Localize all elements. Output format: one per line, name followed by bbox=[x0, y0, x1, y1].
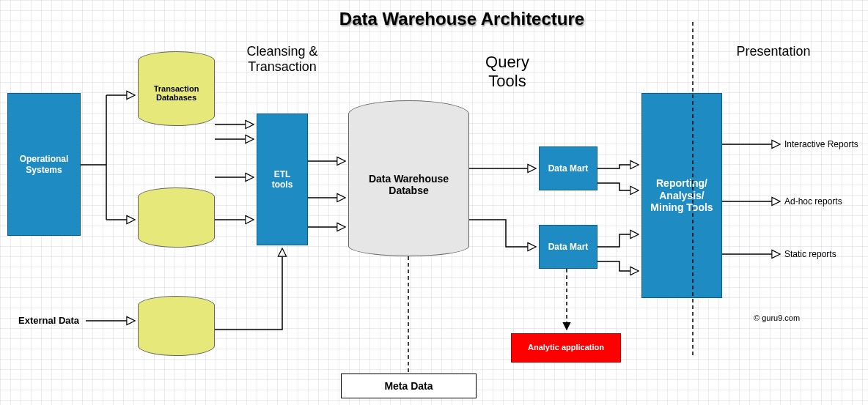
node-data-mart-1: Data Mart bbox=[539, 146, 597, 190]
node-etl-tools: ETL tools bbox=[257, 114, 308, 245]
node-analytic-application: Analytic application bbox=[511, 333, 621, 363]
node-operational-systems: Operational Systems bbox=[7, 93, 81, 236]
diagram-title: Data Warehouse Architecture bbox=[315, 9, 608, 29]
node-external-db bbox=[138, 305, 215, 356]
node-transaction-db-label: Transaction Databases bbox=[138, 60, 215, 126]
node-data-mart-2: Data Mart bbox=[539, 225, 597, 269]
section-cleansing-title: Cleansing & Transaction bbox=[235, 44, 330, 75]
node-staging-db bbox=[138, 196, 215, 248]
label-external-data: External Data bbox=[18, 315, 79, 326]
output-static-reports: Static reports bbox=[784, 249, 836, 259]
node-transaction-db: Transaction Databases bbox=[138, 60, 215, 126]
node-reporting-tools: Reporting/ Analysis/ Mining Tools bbox=[641, 93, 722, 298]
section-query-title: Query Tools bbox=[463, 53, 551, 91]
node-external-db-label bbox=[138, 305, 215, 356]
credit-label: © guru9.com bbox=[754, 313, 800, 322]
node-data-warehouse-label: Data Warehouse Databse bbox=[348, 114, 469, 256]
diagram-canvas: Data Warehouse Architecture Cleansing & … bbox=[0, 0, 868, 405]
node-staging-db-label bbox=[138, 196, 215, 248]
section-presentation-title: Presentation bbox=[722, 44, 825, 59]
node-meta-data: Meta Data bbox=[341, 374, 477, 398]
node-data-warehouse: Data Warehouse Databse bbox=[348, 114, 469, 256]
output-interactive-reports: Interactive Reports bbox=[784, 139, 858, 149]
output-adhoc-reports: Ad-hoc reports bbox=[784, 196, 842, 207]
